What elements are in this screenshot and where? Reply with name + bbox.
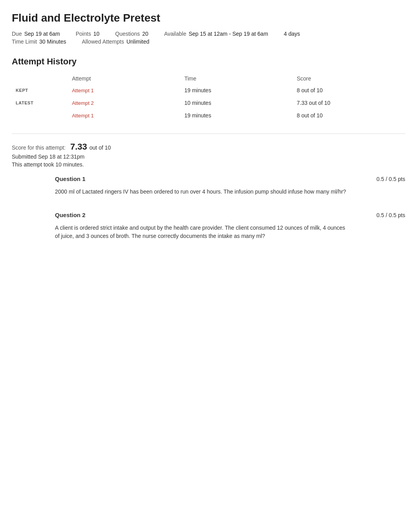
page-title: Fluid and Electrolyte Pretest bbox=[12, 12, 405, 24]
score-suffix: out of 10 bbox=[90, 144, 111, 151]
row-score: 7.33 out of 10 bbox=[293, 97, 405, 109]
days-value: 4 days bbox=[284, 31, 300, 37]
question-block-2: Question 2 0.5 / 0.5 pts A client is ord… bbox=[55, 212, 405, 240]
table-header-time: Time bbox=[180, 73, 293, 84]
score-line: Score for this attempt: 7.33 out of 10 bbox=[12, 142, 405, 152]
row-label: KEPT bbox=[12, 84, 68, 97]
question-score-2: 0.5 / 0.5 pts bbox=[377, 212, 405, 218]
attempt-link[interactable]: Attempt 1 bbox=[72, 88, 94, 93]
questions-container: Question 1 0.5 / 0.5 pts 2000 ml of Lact… bbox=[12, 176, 405, 240]
points-label: Points bbox=[76, 31, 91, 37]
table-row: KEPT Attempt 1 19 minutes 8 out of 10 bbox=[12, 84, 405, 97]
attempt-link[interactable]: Attempt 1 bbox=[72, 113, 94, 119]
meta-points: Points 10 bbox=[76, 31, 100, 37]
question-score-1: 0.5 / 0.5 pts bbox=[377, 176, 405, 182]
row-attempt[interactable]: Attempt 2 bbox=[68, 97, 180, 109]
meta-row-2: Time Limit 30 Minutes Allowed Attempts U… bbox=[12, 38, 405, 45]
time-taken-line: This attempt took 10 minutes. bbox=[12, 161, 405, 168]
question-text-2: A client is ordered strict intake and ou… bbox=[55, 224, 349, 240]
score-section: Score for this attempt: 7.33 out of 10 S… bbox=[12, 142, 405, 168]
question-header-1: Question 1 0.5 / 0.5 pts bbox=[55, 176, 405, 182]
meta-allowed-attempts: Allowed Attempts Unlimited bbox=[82, 38, 150, 45]
questions-value: 20 bbox=[142, 31, 148, 37]
question-header-2: Question 2 0.5 / 0.5 pts bbox=[55, 212, 405, 218]
table-header-score: Score bbox=[293, 73, 405, 84]
table-header-label bbox=[12, 73, 68, 84]
attempt-history-table: Attempt Time Score KEPT Attempt 1 19 min… bbox=[12, 73, 405, 122]
score-for-attempt-label: Score for this attempt: bbox=[12, 144, 66, 151]
question-block-1: Question 1 0.5 / 0.5 pts 2000 ml of Lact… bbox=[55, 176, 405, 196]
meta-available: Available Sep 15 at 12am - Sep 19 at 6am bbox=[164, 31, 268, 37]
row-label bbox=[12, 109, 68, 122]
points-value: 10 bbox=[93, 31, 100, 37]
row-time: 19 minutes bbox=[180, 84, 293, 97]
row-score: 8 out of 10 bbox=[293, 84, 405, 97]
row-attempt[interactable]: Attempt 1 bbox=[68, 84, 180, 97]
divider bbox=[12, 133, 405, 134]
meta-days: 4 days bbox=[284, 31, 300, 37]
question-title-2: Question 2 bbox=[55, 212, 86, 218]
questions-label: Questions bbox=[115, 31, 140, 37]
row-time: 10 minutes bbox=[180, 97, 293, 109]
table-row: LATEST Attempt 2 10 minutes 7.33 out of … bbox=[12, 97, 405, 109]
attempt-history-title: Attempt History bbox=[12, 57, 405, 67]
allowed-attempts-label: Allowed Attempts bbox=[82, 38, 124, 45]
row-score: 8 out of 10 bbox=[293, 109, 405, 122]
question-title-1: Question 1 bbox=[55, 176, 86, 182]
available-label: Available bbox=[164, 31, 187, 37]
row-label: LATEST bbox=[12, 97, 68, 109]
submitted-line: Submitted Sep 18 at 12:31pm bbox=[12, 154, 405, 160]
meta-questions: Questions 20 bbox=[115, 31, 148, 37]
table-header-attempt: Attempt bbox=[68, 73, 180, 84]
available-value: Sep 15 at 12am - Sep 19 at 6am bbox=[188, 31, 268, 37]
row-attempt[interactable]: Attempt 1 bbox=[68, 109, 180, 122]
table-row: Attempt 1 19 minutes 8 out of 10 bbox=[12, 109, 405, 122]
time-limit-label: Time Limit bbox=[12, 38, 37, 45]
allowed-attempts-value: Unlimited bbox=[126, 38, 149, 45]
score-number: 7.33 bbox=[70, 142, 87, 152]
due-label: Due bbox=[12, 31, 22, 37]
row-time: 19 minutes bbox=[180, 109, 293, 122]
meta-due: Due Sep 19 at 6am bbox=[12, 31, 60, 37]
meta-time-limit: Time Limit 30 Minutes bbox=[12, 38, 66, 45]
meta-row-1: Due Sep 19 at 6am Points 10 Questions 20… bbox=[12, 31, 405, 37]
question-text-1: 2000 ml of Lactated ringers IV has been … bbox=[55, 188, 349, 196]
attempt-link[interactable]: Attempt 2 bbox=[72, 100, 94, 106]
time-limit-value: 30 Minutes bbox=[39, 38, 66, 45]
due-value: Sep 19 at 6am bbox=[24, 31, 60, 37]
